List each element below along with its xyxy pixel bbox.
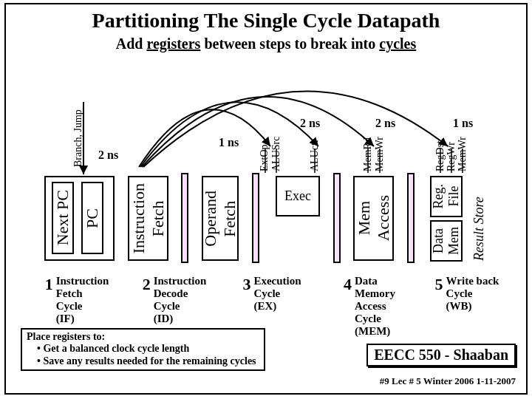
pipeline-reg-2 bbox=[252, 173, 259, 263]
subtitle-u2: cycles bbox=[379, 35, 416, 52]
course-footer: EECC 550 - Shaaban bbox=[366, 344, 516, 366]
pc-label: PC bbox=[83, 208, 102, 228]
subtitle-pre: Add bbox=[116, 35, 147, 52]
memaccess-label: Mem Access bbox=[355, 195, 393, 241]
nextpc-group: Next PC PC bbox=[44, 176, 115, 261]
subtitle-u1: registers bbox=[146, 35, 200, 52]
result-store-label: Result Store bbox=[471, 176, 487, 261]
stage-ex: 3ExecutionCycle(EX) bbox=[223, 275, 321, 334]
ofetch-label: Operand Fetch bbox=[201, 191, 239, 247]
regfile-label: Reg. File bbox=[431, 184, 462, 209]
memrd-label: MemRd bbox=[362, 127, 374, 171]
slide-frame: Partitioning The Single Cycle Datapath A… bbox=[4, 3, 528, 395]
aluctr-label: ALUctr bbox=[309, 127, 321, 171]
ifetch-label: Instruction Fetch bbox=[129, 183, 168, 253]
slide-subtitle: Add registers between steps to break int… bbox=[6, 35, 526, 52]
subtitle-mid: between steps to break into bbox=[200, 35, 379, 52]
stage-row: 1InstructionFetchCycle(IF) 2InstructionD… bbox=[28, 275, 516, 334]
stage-mem: 4DataMemoryAccessCycle(MEM) bbox=[321, 275, 418, 334]
datapath-diagram: 2 ns 1 ns 2 ns 2 ns 1 ns Branch, Jump Ne… bbox=[35, 78, 508, 285]
place-registers-note: Place registers to: • Get a balanced clo… bbox=[21, 328, 265, 371]
datamem-label: Data Mem bbox=[431, 227, 462, 255]
nextpc-label: Next PC bbox=[53, 190, 72, 245]
pipeline-reg-4 bbox=[407, 173, 415, 263]
timing-if: 2 ns bbox=[98, 149, 118, 162]
exec-label: Exec bbox=[284, 188, 311, 204]
alusrc-label: ALUSrc bbox=[270, 127, 282, 171]
memwr2-label: MemWr bbox=[457, 127, 468, 171]
branch-jump-label: Branch, Jump bbox=[72, 78, 84, 167]
stage-if: 1InstructionFetchCycle(IF) bbox=[28, 275, 126, 334]
pipeline-reg-1 bbox=[181, 173, 188, 263]
stage-id: 2InstructionDecodeCycle(ID) bbox=[126, 275, 223, 334]
timing-id: 1 ns bbox=[219, 136, 239, 149]
regwr-label: RegWr bbox=[446, 127, 457, 171]
extop-label: ExtOp bbox=[259, 127, 270, 171]
memwr-label: MemWr bbox=[374, 127, 386, 171]
regdst-label: RegDst bbox=[434, 127, 446, 171]
stage-wb: 5Write backCycle(WB) bbox=[418, 275, 516, 334]
lecture-footer: #9 Lec # 5 Winter 2006 1-11-2007 bbox=[380, 375, 516, 387]
slide-title: Partitioning The Single Cycle Datapath bbox=[6, 9, 526, 33]
pipeline-reg-3 bbox=[333, 173, 341, 263]
